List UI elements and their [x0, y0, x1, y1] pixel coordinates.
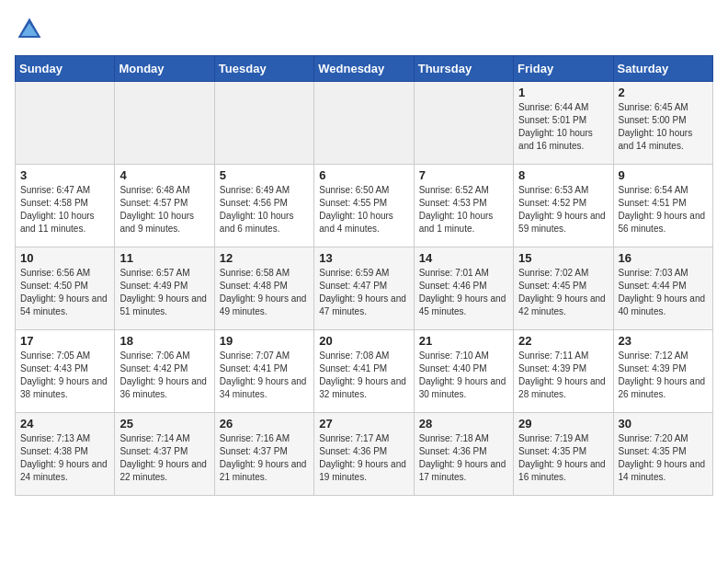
- day-info: Sunrise: 6:52 AM Sunset: 4:53 PM Dayligh…: [419, 184, 508, 236]
- day-number: 18: [119, 334, 209, 348]
- day-info: Sunrise: 7:20 AM Sunset: 4:35 PM Dayligh…: [619, 432, 708, 484]
- calendar-cell: 25Sunrise: 7:14 AM Sunset: 4:37 PM Dayli…: [115, 413, 214, 496]
- day-header-monday: Monday: [115, 56, 214, 82]
- day-info: Sunrise: 6:45 AM Sunset: 5:00 PM Dayligh…: [619, 101, 708, 153]
- day-number: 23: [619, 334, 708, 348]
- day-info: Sunrise: 7:17 AM Sunset: 4:36 PM Dayligh…: [319, 432, 408, 484]
- week-row-4: 17Sunrise: 7:05 AM Sunset: 4:43 PM Dayli…: [16, 330, 713, 413]
- day-header-thursday: Thursday: [414, 56, 513, 82]
- day-number: 19: [220, 334, 309, 348]
- day-number: 24: [20, 417, 109, 431]
- calendar-cell: 20Sunrise: 7:08 AM Sunset: 4:41 PM Dayli…: [314, 330, 414, 413]
- calendar-cell: [214, 82, 313, 165]
- calendar-cell: 1Sunrise: 6:44 AM Sunset: 5:01 PM Daylig…: [514, 82, 613, 165]
- day-info: Sunrise: 6:48 AM Sunset: 4:57 PM Dayligh…: [119, 184, 209, 236]
- calendar-cell: 19Sunrise: 7:07 AM Sunset: 4:41 PM Dayli…: [214, 330, 313, 413]
- week-row-3: 10Sunrise: 6:56 AM Sunset: 4:50 PM Dayli…: [16, 247, 713, 330]
- day-info: Sunrise: 6:53 AM Sunset: 4:52 PM Dayligh…: [518, 184, 608, 236]
- day-info: Sunrise: 7:14 AM Sunset: 4:37 PM Dayligh…: [119, 432, 209, 484]
- day-header-wednesday: Wednesday: [314, 56, 414, 82]
- day-info: Sunrise: 7:12 AM Sunset: 4:39 PM Dayligh…: [619, 350, 708, 401]
- day-info: Sunrise: 7:13 AM Sunset: 4:38 PM Dayligh…: [20, 432, 109, 484]
- day-info: Sunrise: 6:47 AM Sunset: 4:58 PM Dayligh…: [20, 184, 109, 236]
- day-number: 13: [319, 251, 408, 265]
- calendar-cell: 16Sunrise: 7:03 AM Sunset: 4:44 PM Dayli…: [613, 247, 712, 330]
- calendar-cell: [414, 82, 513, 165]
- day-number: 7: [419, 168, 508, 182]
- day-number: 29: [518, 417, 608, 431]
- week-row-1: 1Sunrise: 6:44 AM Sunset: 5:01 PM Daylig…: [16, 82, 713, 165]
- calendar-cell: 30Sunrise: 7:20 AM Sunset: 4:35 PM Dayli…: [613, 413, 712, 496]
- calendar-cell: 28Sunrise: 7:18 AM Sunset: 4:36 PM Dayli…: [414, 413, 513, 496]
- day-number: 6: [319, 168, 408, 182]
- day-number: 9: [619, 168, 708, 182]
- calendar-cell: [314, 82, 414, 165]
- day-info: Sunrise: 7:18 AM Sunset: 4:36 PM Dayligh…: [419, 432, 508, 484]
- day-number: 25: [119, 417, 209, 431]
- calendar-cell: 4Sunrise: 6:48 AM Sunset: 4:57 PM Daylig…: [115, 165, 214, 247]
- week-row-5: 24Sunrise: 7:13 AM Sunset: 4:38 PM Dayli…: [16, 413, 713, 496]
- calendar-cell: 17Sunrise: 7:05 AM Sunset: 4:43 PM Dayli…: [16, 330, 115, 413]
- day-number: 26: [220, 417, 309, 431]
- day-header-sunday: Sunday: [16, 56, 115, 82]
- day-number: 22: [518, 334, 608, 348]
- day-info: Sunrise: 7:11 AM Sunset: 4:39 PM Dayligh…: [518, 350, 608, 401]
- calendar-cell: 18Sunrise: 7:06 AM Sunset: 4:42 PM Dayli…: [115, 330, 214, 413]
- day-number: 11: [119, 251, 209, 265]
- day-number: 17: [20, 334, 109, 348]
- day-number: 1: [518, 86, 608, 99]
- day-number: 14: [419, 251, 508, 265]
- day-info: Sunrise: 7:05 AM Sunset: 4:43 PM Dayligh…: [20, 350, 109, 401]
- day-info: Sunrise: 6:58 AM Sunset: 4:48 PM Dayligh…: [220, 267, 309, 318]
- day-number: 15: [518, 251, 608, 265]
- day-number: 12: [220, 251, 309, 265]
- calendar-cell: 13Sunrise: 6:59 AM Sunset: 4:47 PM Dayli…: [314, 247, 414, 330]
- day-info: Sunrise: 7:03 AM Sunset: 4:44 PM Dayligh…: [619, 267, 708, 318]
- calendar-cell: 14Sunrise: 7:01 AM Sunset: 4:46 PM Dayli…: [414, 247, 513, 330]
- day-info: Sunrise: 7:06 AM Sunset: 4:42 PM Dayligh…: [119, 350, 209, 401]
- calendar-cell: 23Sunrise: 7:12 AM Sunset: 4:39 PM Dayli…: [613, 330, 712, 413]
- calendar-cell: [16, 82, 115, 165]
- day-header-saturday: Saturday: [613, 56, 712, 82]
- calendar-cell: 12Sunrise: 6:58 AM Sunset: 4:48 PM Dayli…: [214, 247, 313, 330]
- calendar-cell: 9Sunrise: 6:54 AM Sunset: 4:51 PM Daylig…: [613, 165, 712, 247]
- day-number: 27: [319, 417, 408, 431]
- day-info: Sunrise: 6:50 AM Sunset: 4:55 PM Dayligh…: [319, 184, 408, 236]
- day-info: Sunrise: 7:07 AM Sunset: 4:41 PM Dayligh…: [220, 350, 309, 401]
- day-info: Sunrise: 7:10 AM Sunset: 4:40 PM Dayligh…: [419, 350, 508, 401]
- calendar-table: SundayMondayTuesdayWednesdayThursdayFrid…: [15, 55, 713, 496]
- day-info: Sunrise: 6:54 AM Sunset: 4:51 PM Dayligh…: [619, 184, 708, 236]
- day-number: 3: [20, 168, 109, 182]
- day-info: Sunrise: 7:02 AM Sunset: 4:45 PM Dayligh…: [518, 267, 608, 318]
- day-info: Sunrise: 7:19 AM Sunset: 4:35 PM Dayligh…: [518, 432, 608, 484]
- day-number: 30: [619, 417, 708, 431]
- calendar-cell: 10Sunrise: 6:56 AM Sunset: 4:50 PM Dayli…: [16, 247, 115, 330]
- calendar-cell: 24Sunrise: 7:13 AM Sunset: 4:38 PM Dayli…: [16, 413, 115, 496]
- calendar-cell: 27Sunrise: 7:17 AM Sunset: 4:36 PM Dayli…: [314, 413, 414, 496]
- day-info: Sunrise: 6:57 AM Sunset: 4:49 PM Dayligh…: [119, 267, 209, 318]
- day-number: 28: [419, 417, 508, 431]
- day-number: 4: [119, 168, 209, 182]
- day-header-tuesday: Tuesday: [214, 56, 313, 82]
- day-info: Sunrise: 7:16 AM Sunset: 4:37 PM Dayligh…: [220, 432, 309, 484]
- day-number: 20: [319, 334, 408, 348]
- logo: [15, 15, 48, 44]
- calendar-cell: 26Sunrise: 7:16 AM Sunset: 4:37 PM Dayli…: [214, 413, 313, 496]
- calendar-cell: 3Sunrise: 6:47 AM Sunset: 4:58 PM Daylig…: [16, 165, 115, 247]
- day-header-friday: Friday: [514, 56, 613, 82]
- day-info: Sunrise: 7:08 AM Sunset: 4:41 PM Dayligh…: [319, 350, 408, 401]
- calendar-cell: 6Sunrise: 6:50 AM Sunset: 4:55 PM Daylig…: [314, 165, 414, 247]
- day-number: 16: [619, 251, 708, 265]
- calendar-cell: 21Sunrise: 7:10 AM Sunset: 4:40 PM Dayli…: [414, 330, 513, 413]
- day-info: Sunrise: 7:01 AM Sunset: 4:46 PM Dayligh…: [419, 267, 508, 318]
- day-info: Sunrise: 6:59 AM Sunset: 4:47 PM Dayligh…: [319, 267, 408, 318]
- day-info: Sunrise: 6:56 AM Sunset: 4:50 PM Dayligh…: [20, 267, 109, 318]
- day-number: 8: [518, 168, 608, 182]
- day-number: 21: [419, 334, 508, 348]
- logo-icon: [15, 15, 44, 44]
- day-number: 2: [619, 86, 708, 99]
- calendar-cell: 29Sunrise: 7:19 AM Sunset: 4:35 PM Dayli…: [514, 413, 613, 496]
- calendar-cell: 2Sunrise: 6:45 AM Sunset: 5:00 PM Daylig…: [613, 82, 712, 165]
- calendar-cell: 22Sunrise: 7:11 AM Sunset: 4:39 PM Dayli…: [514, 330, 613, 413]
- day-number: 10: [20, 251, 109, 265]
